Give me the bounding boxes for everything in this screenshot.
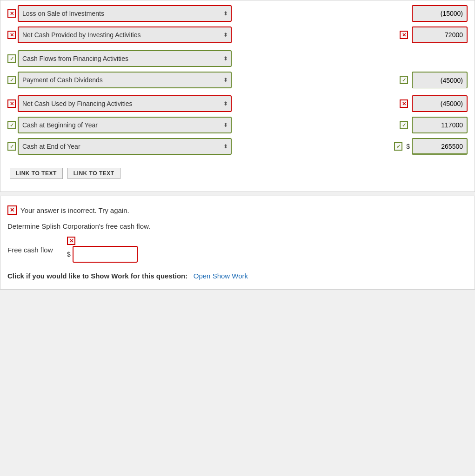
loss-sale-x-indicator: ✕ — [7, 9, 16, 18]
net-cash-financing-select[interactable]: Net Cash Used by Financing Activities — [18, 95, 232, 112]
cash-end-check: ✓ — [7, 142, 16, 151]
cash-flows-financing-select-wrapper: Cash Flows from Financing Activities — [18, 50, 232, 67]
cash-beginning-select[interactable]: Cash at Beginning of Year — [18, 117, 232, 133]
net-cash-financing-select-wrapper: Net Cash Used by Financing Activities — [18, 95, 232, 112]
cash-beginning-value-check: ✓ — [400, 121, 408, 129]
free-cash-input[interactable] — [73, 246, 138, 263]
feedback-row: ✕ Your answer is incorrect. Try again. — [7, 205, 468, 215]
payment-dividends-check: ✓ — [7, 76, 16, 84]
net-cash-investing-value-area: ✕ — [400, 26, 468, 43]
loss-sale-select-wrapper: Loss on Sale of Investments — [18, 5, 232, 22]
cash-beginning-value-area: ✓ — [400, 117, 468, 133]
show-work-text: Click if you would like to Show Work for… — [7, 272, 187, 280]
payment-dividends-select[interactable]: Payment of Cash Dividends — [18, 72, 232, 88]
net-cash-financing-value-input[interactable] — [412, 95, 468, 112]
link-to-text-button-1[interactable]: LINK TO TEXT — [10, 168, 63, 179]
payment-dividends-row: ✓ Payment of Cash Dividends ✓ — [7, 72, 468, 88]
loss-on-sale-row: ✕ Loss on Sale of Investments — [7, 5, 468, 22]
main-form-container: ✕ Loss on Sale of Investments ✕ Net Cash… — [0, 0, 475, 192]
feedback-x-icon: ✕ — [7, 205, 17, 215]
cash-beginning-value-input[interactable] — [412, 117, 468, 133]
free-cash-x-icon: ✕ — [67, 237, 75, 245]
free-cash-label: Free cash flow — [7, 246, 63, 254]
cash-flows-financing-select[interactable]: Cash Flows from Financing Activities — [18, 50, 232, 67]
cash-end-value-check: ✓ — [394, 142, 402, 151]
free-cash-input-row: $ — [67, 246, 138, 263]
payment-dividends-select-wrapper: Payment of Cash Dividends — [18, 72, 232, 88]
net-cash-investing-select[interactable]: Net Cash Provided by Investing Activitie… — [18, 26, 232, 43]
payment-dividends-value-area: ✓ — [400, 72, 468, 88]
payment-dividends-value-input[interactable] — [412, 72, 468, 88]
show-work-row: Click if you would like to Show Work for… — [7, 272, 468, 280]
free-cash-dollar: $ — [67, 251, 71, 258]
cash-end-row: ✓ Cash at End of Year ✓ $ — [7, 138, 468, 155]
cash-end-select[interactable]: Cash at End of Year — [18, 138, 232, 155]
cash-beginning-check: ✓ — [7, 121, 16, 129]
cash-end-dollar-sign: $ — [406, 143, 410, 150]
open-show-work-link[interactable]: Open Show Work — [194, 272, 248, 280]
net-cash-investing-value-x: ✕ — [400, 31, 408, 39]
loss-sale-value-input[interactable] — [412, 5, 468, 22]
net-cash-financing-value-x: ✕ — [400, 99, 408, 108]
cash-flows-financing-check: ✓ — [7, 54, 16, 63]
cash-end-value-input[interactable] — [412, 138, 468, 155]
link-bar: LINK TO TEXT LINK TO TEXT — [7, 162, 468, 185]
net-cash-investing-select-wrapper: Net Cash Provided by Investing Activitie… — [18, 26, 232, 43]
free-cash-input-wrapper: ✕ $ — [67, 237, 138, 263]
net-cash-investing-x-indicator: ✕ — [7, 31, 16, 39]
net-cash-investing-value-input[interactable] — [412, 26, 468, 43]
net-cash-financing-x-indicator: ✕ — [7, 99, 16, 108]
cash-beginning-select-wrapper: Cash at Beginning of Year — [18, 117, 232, 133]
loss-sale-select[interactable]: Loss on Sale of Investments — [18, 5, 232, 22]
cash-flows-financing-row: ✓ Cash Flows from Financing Activities — [7, 50, 468, 67]
feedback-message: Your answer is incorrect. Try again. — [20, 206, 129, 214]
net-cash-investing-row: ✕ Net Cash Provided by Investing Activit… — [7, 26, 468, 43]
cash-end-select-wrapper: Cash at End of Year — [18, 138, 232, 155]
payment-dividends-value-check: ✓ — [400, 76, 408, 84]
net-cash-financing-value-area: ✕ — [400, 95, 468, 112]
loss-sale-value-area — [412, 5, 468, 22]
cash-end-value-area: ✓ $ — [394, 138, 468, 155]
link-to-text-button-2[interactable]: LINK TO TEXT — [67, 168, 120, 179]
determine-text: Determine Splish Corporation's free cash… — [7, 222, 468, 230]
cash-beginning-row: ✓ Cash at Beginning of Year ✓ — [7, 117, 468, 133]
net-cash-financing-row: ✕ Net Cash Used by Financing Activities … — [7, 95, 468, 112]
feedback-container: ✕ Your answer is incorrect. Try again. D… — [0, 196, 475, 290]
free-cash-row: Free cash flow ✕ $ — [7, 237, 468, 263]
